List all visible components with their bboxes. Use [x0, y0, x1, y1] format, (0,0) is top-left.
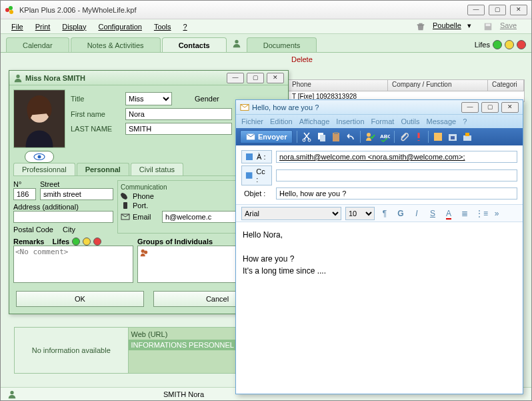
maximize-button[interactable]: ▢	[489, 5, 506, 15]
paragraph-button[interactable]: ¶	[379, 208, 391, 220]
underline-button[interactable]: S	[427, 208, 439, 220]
italic-button[interactable]: I	[411, 208, 423, 220]
eye-icon	[33, 153, 45, 160]
menu-config[interactable]: Configuration	[94, 21, 145, 32]
check-names-icon[interactable]	[365, 131, 375, 142]
bullet-list-button[interactable]: ⋮≡	[475, 208, 487, 220]
menu-file[interactable]: File	[7, 21, 27, 32]
number-label: N°	[13, 180, 37, 188]
cc-input[interactable]	[276, 169, 517, 181]
tab-calendar[interactable]: Calendar	[6, 37, 69, 52]
disk-icon	[483, 22, 493, 31]
life-green-icon[interactable]	[493, 40, 502, 49]
priority-icon[interactable]	[413, 131, 424, 142]
tab-contacts[interactable]: Contacts	[162, 37, 227, 52]
life-yellow-icon[interactable]	[83, 238, 91, 246]
mail-menu-message[interactable]: Message	[427, 117, 457, 125]
cut-icon[interactable]	[301, 131, 312, 142]
attach-icon[interactable]	[399, 131, 409, 142]
trash-icon	[416, 22, 425, 31]
offline-icon[interactable]	[462, 131, 473, 142]
bold-button[interactable]: G	[395, 208, 407, 220]
tab-documents[interactable]: Documents	[247, 37, 317, 52]
mail-body[interactable]: Hello Nora, How are you ? It's a long ti…	[236, 222, 523, 284]
more-button[interactable]: »	[491, 208, 503, 220]
email-icon	[121, 213, 130, 221]
svg-rect-23	[320, 135, 325, 141]
title-select[interactable]: Miss	[125, 92, 172, 105]
to-button[interactable]: À :	[241, 150, 272, 163]
street-label: Street	[40, 180, 113, 188]
minimize-button[interactable]: —	[467, 5, 485, 15]
number-input[interactable]	[13, 188, 36, 200]
addr2-input[interactable]	[13, 211, 113, 223]
remarks-textarea[interactable]	[13, 246, 133, 283]
life-yellow-icon[interactable]	[505, 40, 514, 49]
undo-icon[interactable]	[345, 131, 356, 142]
mail-menu-affichage[interactable]: Affichage	[299, 117, 330, 125]
cc-button[interactable]: Cc :	[241, 165, 272, 185]
subject-input[interactable]	[276, 187, 517, 199]
book-icon	[245, 152, 254, 161]
col-phone[interactable]: Phone	[288, 80, 388, 91]
size-select[interactable]: 10	[345, 207, 375, 220]
col-company[interactable]: Company / Function	[388, 80, 488, 91]
subtab-personal[interactable]: Personnal	[77, 163, 129, 175]
firstname-input[interactable]	[125, 108, 232, 120]
mail-menubar: Fichier Edition Affichage Insertion Form…	[236, 115, 523, 128]
color-button[interactable]: A	[443, 208, 455, 220]
dlg-close[interactable]: ✕	[267, 73, 284, 83]
mail-minimize[interactable]: —	[461, 102, 479, 113]
copy-icon[interactable]	[316, 131, 327, 142]
web-url-label: Web (URL)	[131, 330, 245, 338]
menu-help[interactable]: ?	[179, 21, 191, 32]
mail-close[interactable]: ✕	[501, 102, 519, 113]
format-toolbar: Arial 10 ¶ G I S A ≣ ⋮≡ »	[236, 205, 523, 222]
save-button[interactable]: Save	[479, 20, 525, 32]
lastname-input[interactable]	[125, 123, 232, 135]
menu-tools[interactable]: Tools	[150, 21, 175, 32]
mail-menu-edition[interactable]: Edition	[270, 117, 293, 125]
spellcheck-icon[interactable]: ABC	[379, 131, 390, 142]
life-red-icon[interactable]	[517, 40, 526, 49]
subtab-civil[interactable]: Civil status	[131, 163, 183, 175]
dlg-minimize[interactable]: —	[227, 73, 244, 83]
svg-rect-32	[465, 133, 469, 136]
group-icon	[139, 248, 149, 257]
mail-menu-fichier[interactable]: Fichier	[241, 117, 263, 125]
mail-maximize[interactable]: ▢	[481, 102, 499, 113]
app-window: KPlan Plus 2.006 - MyWholeLife.kpf — ▢ ✕…	[0, 0, 532, 401]
close-button[interactable]: ✕	[510, 5, 527, 15]
sign-icon[interactable]	[433, 131, 443, 142]
subtab-professional[interactable]: Professionnal	[13, 163, 75, 175]
col-category[interactable]: Categori	[488, 80, 524, 91]
encrypt-icon[interactable]	[447, 131, 458, 142]
contact-photo[interactable]	[13, 89, 65, 148]
menu-print[interactable]: Print	[31, 21, 55, 32]
ok-button[interactable]: OK	[16, 291, 144, 307]
send-button[interactable]: Envoyer	[240, 130, 293, 143]
paste-icon[interactable]	[331, 131, 341, 142]
view-photo-button[interactable]	[25, 151, 54, 163]
life-green-icon[interactable]	[72, 238, 80, 246]
tab-notes[interactable]: Notes & Activities	[71, 37, 161, 52]
mail-menu-outils[interactable]: Outils	[401, 117, 419, 125]
menu-display[interactable]: Display	[58, 21, 90, 32]
font-select[interactable]: Arial	[241, 207, 341, 220]
info-empty: No information available	[14, 327, 129, 374]
life-red-icon[interactable]	[93, 238, 101, 246]
delete-link[interactable]: Delete	[291, 55, 313, 63]
lifes-label-2: Lifes	[52, 238, 69, 246]
svg-rect-33	[246, 153, 253, 160]
mail-menu-help[interactable]: ?	[463, 117, 467, 125]
svg-point-9	[16, 74, 19, 77]
main-tabs: Calendar Notes & Activities Contacts Doc…	[1, 34, 531, 53]
mail-menu-insertion[interactable]: Insertion	[336, 117, 364, 125]
dlg-maximize[interactable]: ▢	[247, 73, 264, 83]
poubelle-button[interactable]: Poubelle ▾	[412, 20, 475, 32]
street-input[interactable]	[40, 188, 113, 200]
numbered-list-button[interactable]: ≣	[459, 208, 471, 220]
mail-menu-format[interactable]: Format	[371, 117, 395, 125]
to-input[interactable]	[276, 151, 517, 163]
person-icon	[232, 39, 241, 48]
